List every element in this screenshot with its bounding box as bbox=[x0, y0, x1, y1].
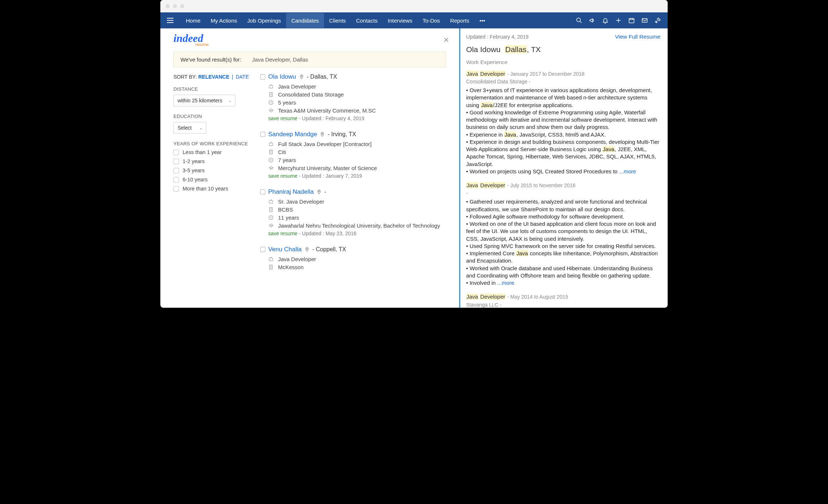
candidate-location: - Dallas, TX bbox=[307, 74, 337, 80]
results-found-bar: We've found result(s) for: Java Develope… bbox=[173, 52, 446, 67]
save-resume-link[interactable]: save resume bbox=[268, 231, 297, 236]
candidate-location: - bbox=[324, 189, 326, 195]
found-query: Java Developer, Dallas bbox=[252, 56, 308, 63]
svg-rect-2 bbox=[642, 19, 647, 23]
hamburger-icon[interactable] bbox=[167, 18, 173, 23]
chevron-down-icon: ⌄ bbox=[199, 126, 202, 130]
result-checkbox[interactable] bbox=[260, 247, 265, 252]
years-option[interactable]: More than 10 years bbox=[173, 186, 257, 192]
result-checkbox[interactable] bbox=[260, 132, 265, 137]
sort-by: SORT BY: RELEVANCE | DATE bbox=[173, 74, 257, 80]
briefcase-icon bbox=[268, 257, 274, 261]
map-pin-icon bbox=[305, 247, 309, 252]
svg-point-7 bbox=[322, 133, 323, 134]
mail-icon[interactable] bbox=[641, 17, 648, 24]
calendar-icon[interactable] bbox=[628, 17, 635, 24]
briefcase-icon bbox=[268, 84, 274, 89]
results-list: Ola Idowu - Dallas, TX Java DeveloperCon… bbox=[257, 72, 459, 308]
building-icon bbox=[268, 149, 274, 155]
svg-rect-17 bbox=[270, 265, 273, 269]
nav-item-interviews[interactable]: Interviews bbox=[383, 13, 418, 28]
megaphone-icon[interactable] bbox=[589, 17, 595, 24]
graduation-icon bbox=[268, 108, 274, 113]
result-updated: - Updated : January 7, 2019 bbox=[299, 173, 362, 179]
nav-more[interactable]: ••• bbox=[474, 13, 491, 28]
years-option[interactable]: 3-5 years bbox=[173, 168, 257, 173]
graduation-icon bbox=[268, 166, 274, 170]
nav-item-to-dos[interactable]: To-Dos bbox=[418, 13, 445, 28]
resume-detail-panel: Updated : February 4, 2019 View Full Res… bbox=[459, 28, 668, 308]
svg-rect-9 bbox=[270, 150, 273, 154]
found-label: We've found result(s) for: bbox=[180, 56, 241, 63]
add-icon[interactable] bbox=[615, 17, 622, 24]
panel-arrow bbox=[459, 111, 460, 118]
candidate-name-link[interactable]: Venu Challa bbox=[268, 246, 302, 253]
map-pin-icon bbox=[317, 189, 321, 195]
bell-icon[interactable] bbox=[602, 17, 609, 24]
sort-relevance[interactable]: RELEVANCE bbox=[198, 74, 229, 80]
experience-block: Java Developer - May 2014 to August 2015… bbox=[466, 293, 660, 308]
result-item: Sandeep Mandge - Irving, TX Full Stack J… bbox=[260, 131, 452, 179]
checkbox-icon bbox=[173, 186, 179, 192]
work-experience-heading: Work Experience bbox=[466, 59, 660, 65]
save-resume-link[interactable]: save resume bbox=[268, 173, 297, 179]
save-resume-link[interactable]: save resume bbox=[268, 115, 297, 121]
indeed-logo: indeed resume bbox=[173, 33, 209, 47]
briefcase-icon bbox=[268, 199, 274, 204]
nav-item-clients[interactable]: Clients bbox=[324, 13, 351, 28]
result-updated: - Updated : February 4, 2019 bbox=[299, 115, 364, 121]
candidate-name-link[interactable]: Phaniraj Nadella bbox=[268, 188, 314, 196]
building-icon bbox=[268, 207, 274, 212]
distance-select[interactable]: within 25 kilometers⌄ bbox=[173, 95, 235, 106]
more-link[interactable]: ...more bbox=[619, 168, 636, 174]
checkbox-icon bbox=[173, 168, 179, 173]
svg-point-3 bbox=[301, 76, 302, 77]
svg-rect-13 bbox=[270, 208, 273, 212]
nav-item-candidates[interactable]: Candidates bbox=[286, 13, 324, 28]
main-navbar: HomeMy ActionsJob OpeningsCandidatesClie… bbox=[160, 12, 668, 28]
briefcase-icon bbox=[268, 142, 274, 146]
clock-icon bbox=[268, 100, 274, 105]
close-icon[interactable]: × bbox=[444, 34, 449, 46]
svg-point-11 bbox=[319, 191, 320, 192]
filter-education-head: EDUCATION bbox=[173, 114, 257, 119]
nav-item-home[interactable]: Home bbox=[181, 13, 206, 28]
result-item: Ola Idowu - Dallas, TX Java DeveloperCon… bbox=[260, 73, 452, 121]
education-select[interactable]: Select⌄ bbox=[173, 122, 206, 134]
clock-icon bbox=[268, 157, 274, 163]
view-full-resume-link[interactable]: View Full Resume bbox=[615, 34, 660, 40]
checkbox-icon bbox=[173, 159, 179, 164]
candidate-name-link[interactable]: Sandeep Mandge bbox=[268, 131, 317, 138]
result-item: Venu Challa - Coppell, TX Java Developer… bbox=[260, 246, 452, 270]
candidate-name-link[interactable]: Ola Idowu bbox=[268, 73, 296, 80]
result-checkbox[interactable] bbox=[260, 189, 265, 194]
filter-distance-head: DISTANCE bbox=[173, 86, 257, 92]
sort-date[interactable]: DATE bbox=[236, 74, 249, 80]
graduation-icon bbox=[268, 223, 274, 228]
search-icon[interactable] bbox=[576, 17, 582, 24]
map-pin-icon bbox=[299, 74, 304, 80]
experience-block: Java Developer - July 2015 to November 2… bbox=[466, 182, 660, 287]
clock-icon bbox=[268, 215, 274, 220]
years-option[interactable]: Less than 1 year bbox=[173, 149, 257, 155]
nav-item-my-actions[interactable]: My Actions bbox=[206, 13, 242, 28]
nav-item-contacts[interactable]: Contacts bbox=[351, 13, 383, 28]
traffic-light-close[interactable] bbox=[165, 4, 170, 8]
svg-rect-5 bbox=[270, 92, 273, 97]
nav-item-job-openings[interactable]: Job Openings bbox=[242, 13, 286, 28]
svg-point-0 bbox=[577, 18, 581, 22]
traffic-light-max[interactable] bbox=[180, 4, 184, 8]
tools-icon[interactable] bbox=[655, 17, 661, 24]
map-pin-icon bbox=[320, 131, 325, 137]
result-checkbox[interactable] bbox=[260, 74, 265, 79]
traffic-light-min[interactable] bbox=[173, 4, 177, 8]
svg-rect-4 bbox=[269, 86, 273, 88]
years-option[interactable]: 1-2 years bbox=[173, 158, 257, 164]
result-item: Phaniraj Nadella - Sr. Java DeveloperBCB… bbox=[260, 188, 452, 236]
building-icon bbox=[268, 92, 274, 97]
years-option[interactable]: 6-10 years bbox=[173, 177, 257, 182]
checkbox-icon bbox=[173, 177, 179, 182]
more-link[interactable]: ...more bbox=[497, 280, 514, 286]
nav-item-reports[interactable]: Reports bbox=[445, 13, 474, 28]
svg-rect-1 bbox=[629, 19, 634, 23]
